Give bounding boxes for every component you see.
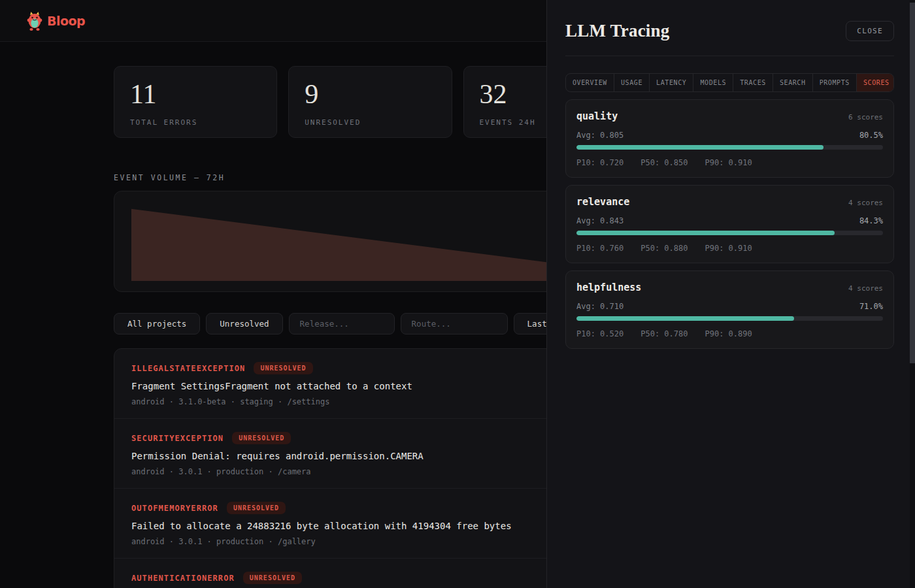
score-progress-fill bbox=[576, 231, 835, 235]
score-count: 4 scores bbox=[848, 199, 883, 207]
error-type: AUTHENTICATIONERROR bbox=[131, 574, 235, 583]
score-percentiles: P10: 0.720 P50: 0.850 P90: 0.910 bbox=[576, 158, 883, 167]
stat-card-unresolved: 9 UNRESOLVED bbox=[288, 66, 452, 138]
filter-status-button[interactable]: Unresolved bbox=[206, 313, 282, 335]
score-card-relevance: relevance 4 scores Avg: 0.843 84.3% P10:… bbox=[565, 185, 894, 263]
score-percentiles: P10: 0.520 P50: 0.780 P90: 0.890 bbox=[576, 329, 883, 338]
score-avg: Avg: 0.710 bbox=[576, 302, 624, 311]
score-card-helpfulness: helpfulness 4 scores Avg: 0.710 71.0% P1… bbox=[565, 270, 894, 349]
stat-label: UNRESOLVED bbox=[305, 118, 435, 127]
p50-value: P50: 0.850 bbox=[640, 158, 688, 167]
stat-label: TOTAL ERRORS bbox=[130, 118, 261, 127]
status-badge: UNRESOLVED bbox=[243, 572, 302, 584]
p90-value: P90: 0.890 bbox=[705, 329, 752, 338]
filter-projects-button[interactable]: All projects bbox=[114, 313, 200, 335]
panel-divider bbox=[565, 56, 894, 56]
score-percentiles: P10: 0.760 P50: 0.880 P90: 0.910 bbox=[576, 244, 883, 253]
stat-card-total-errors: 11 TOTAL ERRORS bbox=[114, 66, 277, 138]
tab-models[interactable]: MODELS bbox=[693, 74, 733, 91]
error-type: SECURITYEXCEPTION bbox=[131, 434, 224, 443]
tab-overview[interactable]: OVERVIEW bbox=[566, 74, 614, 91]
tab-scores[interactable]: SCORES bbox=[857, 74, 894, 91]
tab-prompts[interactable]: PROMPTS bbox=[813, 74, 857, 91]
score-percent: 84.3% bbox=[859, 216, 883, 225]
error-type: ILLEGALSTATEEXCEPTION bbox=[131, 364, 245, 373]
brand-name: Bloop bbox=[47, 14, 85, 28]
score-progress-track bbox=[576, 316, 883, 321]
score-name: quality bbox=[576, 110, 618, 122]
panel-title: LLM Tracing bbox=[565, 21, 669, 41]
p10-value: P10: 0.520 bbox=[576, 329, 624, 338]
stat-value: 9 bbox=[305, 80, 435, 108]
score-percent: 71.0% bbox=[859, 302, 883, 311]
close-button[interactable]: CLOSE bbox=[846, 21, 894, 41]
monster-logo-icon bbox=[26, 11, 43, 31]
score-name: relevance bbox=[576, 196, 629, 208]
p50-value: P50: 0.880 bbox=[640, 244, 688, 253]
p10-value: P10: 0.720 bbox=[576, 158, 624, 167]
tab-latency[interactable]: LATENCY bbox=[650, 74, 693, 91]
stat-value: 11 bbox=[130, 80, 261, 108]
tab-search[interactable]: SEARCH bbox=[773, 74, 813, 91]
status-badge: UNRESOLVED bbox=[232, 432, 291, 444]
p90-value: P90: 0.910 bbox=[705, 158, 752, 167]
score-progress-fill bbox=[576, 145, 824, 150]
llm-tracing-panel: LLM Tracing CLOSE OVERVIEW USAGE LATENCY… bbox=[546, 0, 915, 588]
p50-value: P50: 0.780 bbox=[640, 329, 688, 338]
score-progress-track bbox=[576, 231, 883, 235]
p10-value: P10: 0.760 bbox=[576, 244, 624, 253]
status-badge: UNRESOLVED bbox=[227, 502, 286, 514]
score-avg: Avg: 0.843 bbox=[576, 216, 624, 225]
tab-traces[interactable]: TRACES bbox=[733, 74, 773, 91]
score-avg: Avg: 0.805 bbox=[576, 131, 624, 140]
score-card-quality: quality 6 scores Avg: 0.805 80.5% P10: 0… bbox=[565, 99, 894, 178]
score-name: helpfulness bbox=[576, 282, 641, 293]
status-badge: UNRESOLVED bbox=[254, 362, 312, 374]
scrollbar-thumb[interactable] bbox=[910, 3, 915, 363]
page-scrollbar[interactable] bbox=[910, 0, 915, 588]
filter-route-input[interactable] bbox=[401, 313, 508, 335]
tab-usage[interactable]: USAGE bbox=[614, 74, 650, 91]
score-count: 6 scores bbox=[848, 113, 883, 122]
error-type: OUTOFMEMORYERROR bbox=[131, 504, 218, 513]
filter-release-input[interactable] bbox=[289, 313, 395, 335]
score-progress-fill bbox=[576, 316, 794, 321]
panel-tabs: OVERVIEW USAGE LATENCY MODELS TRACES SEA… bbox=[565, 73, 894, 92]
score-progress-track bbox=[576, 145, 883, 150]
score-count: 4 scores bbox=[848, 284, 883, 293]
brand-logo[interactable]: Bloop bbox=[26, 11, 85, 31]
p90-value: P90: 0.910 bbox=[705, 244, 752, 253]
score-percent: 80.5% bbox=[859, 131, 883, 140]
